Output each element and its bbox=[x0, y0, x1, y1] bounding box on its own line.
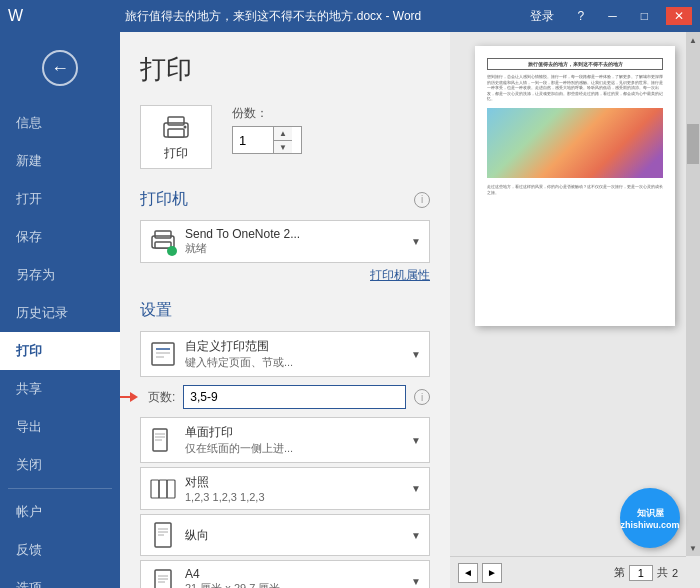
range-icon-svg bbox=[150, 341, 176, 367]
setting-content-papersize: A4 21 厘米 x 29.7 厘米 bbox=[149, 567, 411, 588]
sidebar-item-info[interactable]: 信息 bbox=[0, 104, 120, 142]
setting-row-range[interactable]: 自定义打印范围 键入特定页面、节或... ▼ bbox=[140, 331, 430, 377]
app-container: ← 信息 新建 打开 保存 另存为 历史记录 打印 共享 导出 关闭 帐户 反馈… bbox=[0, 32, 700, 588]
pages-info-icon[interactable]: i bbox=[414, 389, 430, 405]
setting-text-collate: 对照 1,2,3 1,2,3 1,2,3 bbox=[185, 474, 265, 503]
preview-document-image bbox=[487, 108, 663, 178]
title-bar: W 旅行值得去的地方，来到这不得不去的地方.docx - Word 登录 ? ─… bbox=[0, 0, 700, 32]
printer-properties-link[interactable]: 打印机属性 bbox=[140, 267, 430, 284]
arrow-indicator bbox=[120, 392, 138, 402]
sidebar-item-export[interactable]: 导出 bbox=[0, 408, 120, 446]
setting-row-orientation[interactable]: 纵向 ▼ bbox=[140, 514, 430, 556]
settings-section-label: 设置 bbox=[140, 300, 172, 321]
settings-section-header: 设置 bbox=[140, 300, 430, 321]
page-preview: 旅行值得去的地方，来到这不得不去的地方 想到旅行，总会让人感到心情愉悦。旅行一样… bbox=[475, 46, 675, 326]
print-button-label: 打印 bbox=[164, 145, 188, 162]
setting-text-sides: 单面打印 仅在纸面的一侧上进... bbox=[185, 424, 293, 456]
setting-row-collate[interactable]: 对照 1,2,3 1,2,3 1,2,3 ▼ bbox=[140, 467, 430, 510]
login-button[interactable]: 登录 bbox=[524, 6, 560, 27]
orientation-dropdown-arrow: ▼ bbox=[411, 530, 421, 541]
sidebar-item-save[interactable]: 保存 bbox=[0, 218, 120, 256]
setting-content-range: 自定义打印范围 键入特定页面、节或... bbox=[149, 338, 411, 370]
copies-label: 份数： bbox=[232, 105, 302, 122]
printer-name-area: Send To OneNote 2... 就绪 bbox=[185, 227, 300, 256]
collate-icon bbox=[149, 475, 177, 503]
print-panel: 打印 打印 份数： ▲ bbox=[120, 32, 450, 588]
setting-row-sides[interactable]: 单面打印 仅在纸面的一侧上进... ▼ bbox=[140, 417, 430, 463]
sides-sub-text: 仅在纸面的一侧上进... bbox=[185, 441, 293, 456]
setting-row-papersize[interactable]: A4 21 厘米 x 29.7 厘米 ▼ bbox=[140, 560, 430, 588]
svg-rect-5 bbox=[155, 231, 171, 238]
page-label: 第 bbox=[614, 565, 625, 580]
papersize-icon-svg bbox=[153, 569, 173, 589]
sidebar-item-account[interactable]: 帐户 bbox=[0, 493, 120, 531]
page-number-input[interactable] bbox=[629, 565, 653, 581]
orientation-icon-svg bbox=[152, 522, 174, 548]
prev-page-button[interactable]: ◄ bbox=[458, 563, 478, 583]
papersize-main-text: A4 bbox=[185, 567, 280, 581]
preview-panel: ▲ ▼ 旅行值得去的地方，来到这不得不去的地方 想到旅行，总会让人感到心情愉悦。… bbox=[450, 32, 700, 588]
printer-selector[interactable]: Send To OneNote 2... 就绪 ▼ bbox=[140, 220, 430, 263]
scroll-down-button[interactable]: ▼ bbox=[686, 540, 700, 556]
sidebar-top-items: 信息 新建 打开 保存 另存为 历史记录 打印 bbox=[0, 104, 120, 370]
copies-input-wrap: ▲ ▼ bbox=[232, 126, 302, 154]
sides-dropdown-arrow: ▼ bbox=[411, 435, 421, 446]
sidebar-item-saveas[interactable]: 另存为 bbox=[0, 256, 120, 294]
sidebar-item-share[interactable]: 共享 bbox=[0, 370, 120, 408]
sidebar-item-history[interactable]: 历史记录 bbox=[0, 294, 120, 332]
minimize-button[interactable]: ─ bbox=[602, 7, 623, 25]
copies-area: 份数： ▲ ▼ bbox=[232, 105, 302, 154]
svg-rect-2 bbox=[168, 129, 184, 137]
printer-icon-wrap bbox=[149, 228, 177, 256]
svg-rect-16 bbox=[159, 480, 167, 498]
sidebar-item-close[interactable]: 关闭 bbox=[0, 446, 120, 484]
title-bar-left: W bbox=[8, 7, 23, 25]
copies-input[interactable] bbox=[233, 130, 273, 151]
printer-info: Send To OneNote 2... 就绪 bbox=[149, 227, 300, 256]
svg-rect-1 bbox=[168, 117, 184, 125]
setting-content-orientation: 纵向 bbox=[149, 521, 411, 549]
collate-icon-svg bbox=[150, 476, 176, 502]
print-panel-title: 打印 bbox=[140, 52, 430, 87]
sides-icon-svg bbox=[150, 427, 176, 453]
printer-section-label: 打印机 bbox=[140, 189, 188, 210]
sidebar: ← 信息 新建 打开 保存 另存为 历史记录 打印 共享 导出 关闭 帐户 反馈… bbox=[0, 32, 120, 588]
page-info: 第 共 2 bbox=[614, 565, 678, 581]
scroll-bar[interactable]: ▲ ▼ bbox=[686, 32, 700, 556]
printer-info-icon[interactable]: i bbox=[414, 192, 430, 208]
printer-name: Send To OneNote 2... bbox=[185, 227, 300, 241]
scroll-up-button[interactable]: ▲ bbox=[686, 32, 700, 48]
sidebar-item-new[interactable]: 新建 bbox=[0, 142, 120, 180]
next-page-button[interactable]: ► bbox=[482, 563, 502, 583]
sidebar-item-print[interactable]: 打印 bbox=[0, 332, 120, 370]
help-button[interactable]: ? bbox=[572, 7, 591, 25]
copies-increment-button[interactable]: ▲ bbox=[274, 127, 292, 140]
watermark-badge: 知识屋 zhishiwu.com bbox=[620, 488, 680, 548]
back-arrow-icon: ← bbox=[51, 58, 69, 79]
setting-content-sides: 单面打印 仅在纸面的一侧上进... bbox=[149, 424, 411, 456]
papersize-sub-text: 21 厘米 x 29.7 厘米 bbox=[185, 581, 280, 588]
copies-decrement-button[interactable]: ▼ bbox=[274, 140, 292, 153]
pages-input[interactable] bbox=[183, 385, 406, 409]
print-button-area: 打印 份数： ▲ ▼ bbox=[140, 105, 430, 169]
close-button[interactable]: ✕ bbox=[666, 7, 692, 25]
pages-label: 页数: bbox=[148, 389, 175, 406]
maximize-button[interactable]: □ bbox=[635, 7, 654, 25]
sidebar-item-open[interactable]: 打开 bbox=[0, 180, 120, 218]
setting-content-collate: 对照 1,2,3 1,2,3 1,2,3 bbox=[149, 474, 411, 503]
back-button[interactable]: ← bbox=[0, 40, 120, 96]
sidebar-item-options[interactable]: 选项 bbox=[0, 569, 120, 588]
printer-status-dot bbox=[167, 246, 177, 256]
svg-rect-15 bbox=[151, 480, 159, 498]
printer-status: 就绪 bbox=[185, 241, 300, 256]
title-bar-title: 旅行值得去的地方，来到这不得不去的地方.docx - Word bbox=[23, 8, 523, 25]
copies-spinner: ▲ ▼ bbox=[273, 127, 292, 153]
main-content: 打印 打印 份数： ▲ bbox=[120, 32, 700, 588]
svg-rect-7 bbox=[152, 343, 174, 365]
scroll-track-top bbox=[686, 48, 700, 123]
scroll-thumb[interactable] bbox=[687, 124, 699, 164]
print-button[interactable]: 打印 bbox=[140, 105, 212, 169]
setting-text-papersize: A4 21 厘米 x 29.7 厘米 bbox=[185, 567, 280, 588]
sidebar-item-feedback[interactable]: 反馈 bbox=[0, 531, 120, 569]
range-main-text: 自定义打印范围 bbox=[185, 338, 293, 355]
